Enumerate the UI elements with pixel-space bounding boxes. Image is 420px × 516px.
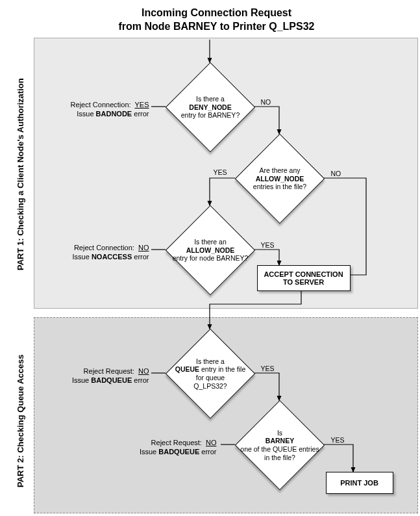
reject-badqueue1-text: Reject Request: NO Issue BADQUEUE error [66,367,149,385]
reject-badqueue2-text: Reject Request: NO Issue BADQUEUE error [134,438,217,457]
reject-badnode-text: Reject Connection: YES Issue BADNODE err… [66,100,149,119]
edge-label-no: NO [331,170,341,177]
flowchart-container: PART 1: Checking a Client Node's Authori… [16,38,418,516]
edge-label-yes: YES [261,241,275,249]
part1-label: PART 1: Checking a Client Node's Authori… [16,64,30,285]
print-job-box: PRINT JOB [326,472,393,494]
accept-connection-box: ACCEPT CONNECTION TO SERVER [257,265,351,291]
diagram-title: Incoming Connection Request from Node BA… [6,6,420,34]
decision-barney-queue: IsBARNEYone of the QUEUE entries in the … [234,400,325,490]
reject-noaccess-text: Reject Connection: NO Issue NOACCESS err… [66,243,149,262]
edge-label-yes: YES [214,168,227,176]
edge-label-yes: YES [261,365,275,372]
decision-allow-node-barney: Is there anALLOW_NODEentry for node BARN… [165,205,255,295]
edge-label-yes: YES [331,436,345,444]
edge-label-no: NO [261,98,271,106]
part2-label: PART 2: Checking Queue Access [16,337,30,506]
